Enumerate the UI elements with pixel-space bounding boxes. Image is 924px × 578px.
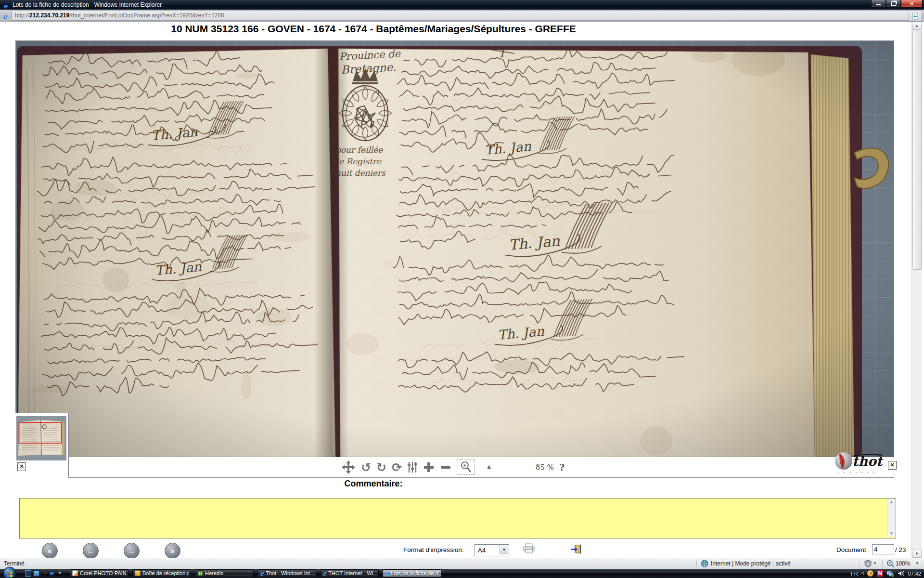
close-button[interactable]: ✕: [901, 0, 923, 8]
print-format-value: A4: [478, 547, 486, 554]
minimize-button[interactable]: [871, 0, 886, 8]
zoom-in-button[interactable]: [423, 461, 435, 473]
url-path: /thot_internet/FrmLotDocFrame.asp?resX=1…: [69, 12, 224, 19]
comment-label: Commentaire:: [0, 479, 747, 489]
page-scrollbar[interactable]: ▲ ▼: [911, 22, 922, 558]
scrollbar-thumb[interactable]: [912, 31, 922, 270]
zoom-out-button[interactable]: [440, 461, 451, 473]
sliders-icon: [407, 461, 418, 473]
ie-icon: e: [322, 570, 326, 577]
taskbar-button-label: Boîte de réception d...: [142, 570, 189, 576]
status-bar: Terminé Internet | Mode protégé : activé…: [0, 558, 924, 569]
adjust-settings-button[interactable]: [407, 461, 418, 473]
next-document-button[interactable]: →: [124, 543, 140, 559]
page-title: 10 NUM 35123 166 - GOVEN - 1674 - 1674 -…: [0, 23, 747, 35]
restore-button[interactable]: [886, 0, 901, 8]
taskbar-button-label: Thot - Windows Int...: [266, 570, 314, 576]
viewer-close-button[interactable]: ✕: [888, 461, 897, 470]
heredis-icon: H: [197, 570, 203, 576]
comment-scrollbar[interactable]: ▲ ▼: [887, 499, 896, 537]
last-document-button[interactable]: »: [165, 543, 180, 559]
quick-launch-ie-button[interactable]: e: [50, 570, 56, 576]
reminder-tray-icon[interactable]: [867, 570, 873, 577]
taskbar-button-thot[interactable]: e Thot - Windows Int...: [257, 569, 316, 577]
print-format-select[interactable]: A4 ▼: [475, 544, 509, 556]
status-text: Terminé: [4, 560, 25, 567]
url-input[interactable]: http://212.234.70.219/thot_internet/FrmL…: [12, 11, 911, 21]
thumbnail-image[interactable]: [16, 416, 66, 460]
scroll-down-icon[interactable]: ▼: [887, 530, 896, 537]
refresh-view-button[interactable]: ⟳: [392, 461, 402, 473]
taskbar-button-label: Corel PHOTO-PAIN...: [80, 570, 126, 576]
language-indicator[interactable]: FR: [851, 571, 858, 577]
scrollbar-up-icon[interactable]: ▲: [912, 22, 922, 30]
first-document-button[interactable]: «: [42, 543, 58, 559]
mcafee-tray-icon[interactable]: M: [877, 570, 883, 577]
url-host: 212.234.70.219: [29, 12, 69, 19]
previous-document-button[interactable]: ←: [83, 543, 99, 559]
viewer-toolbar: ↺ ↻ ⟳: [341, 458, 565, 476]
rotate-cw-button[interactable]: ↻: [376, 461, 386, 473]
minimize-icon: [876, 4, 881, 5]
browser-zoom-icon: [886, 560, 894, 567]
zone-text: Internet | Mode protégé : activé: [711, 560, 791, 567]
window-title: Lots de la fiche de description - Window…: [13, 1, 162, 8]
taskbar-button-label: THOT Internet - Wi...: [328, 570, 376, 576]
pan-tool-button[interactable]: [341, 460, 356, 474]
help-button[interactable]: ?: [559, 462, 565, 473]
taskbar-button-thot-internet[interactable]: e THOT Internet - Wi...: [320, 569, 379, 577]
taskbar-button-corel[interactable]: Corel PHOTO-PAIN...: [70, 569, 128, 577]
ie-page-icon: e: [3, 13, 7, 20]
url-prefix: http://: [15, 12, 29, 19]
thumbnail-panel: ✕: [15, 413, 69, 478]
network-tray-icon[interactable]: [886, 570, 894, 577]
internet-zone-icon: [701, 560, 708, 567]
zoom-menu-arrow[interactable]: ▼: [915, 561, 919, 565]
taskbar-button-label: Lots de la fiche de d...: [391, 570, 439, 576]
zoom-level-label: 85 %: [536, 463, 554, 472]
window-controls: ✕: [871, 0, 923, 8]
document-total: / 23: [895, 546, 906, 553]
taskbar-button-inbox[interactable]: Boîte de réception d...: [132, 569, 191, 577]
print-button[interactable]: [523, 543, 535, 554]
rotate-ccw-button[interactable]: ↺: [361, 461, 371, 473]
taskbar-button-lots-active[interactable]: e Lots de la fiche de d...: [383, 569, 441, 577]
slider-marker-icon[interactable]: ▲: [486, 463, 492, 470]
document-number-input[interactable]: [872, 544, 894, 554]
previous-icon: ←: [87, 547, 95, 555]
manuscript-photo[interactable]: Th. JanTh. JanTh. JanTh. JanTh. Jan Prou…: [16, 41, 894, 457]
photo-vignette: [16, 41, 894, 457]
first-icon: «: [48, 547, 52, 555]
tray-collapse-button[interactable]: <: [861, 571, 864, 576]
ie-favicon-icon: e: [3, 2, 7, 10]
taskbar: e » Corel PHOTO-PAIN... Boîte de récepti…: [0, 569, 924, 578]
scroll-up-icon[interactable]: ▲: [887, 499, 896, 506]
thumbnail-close-button[interactable]: ✕: [17, 462, 26, 471]
quick-launch-display-button[interactable]: [33, 570, 39, 577]
minus-icon: [440, 461, 451, 473]
volume-tray-icon[interactable]: [898, 570, 904, 577]
clock[interactable]: 07:42: [908, 571, 921, 577]
restore-icon: [891, 1, 896, 6]
browser-zoom-level[interactable]: 100%: [896, 560, 911, 567]
last-icon: »: [170, 547, 175, 555]
exit-button[interactable]: [571, 544, 581, 554]
show-desktop-button[interactable]: [25, 570, 31, 577]
start-button[interactable]: [3, 566, 16, 578]
comment-input[interactable]: ▲ ▼: [19, 498, 896, 539]
zoom-tool-button[interactable]: [457, 460, 475, 475]
protected-mode-menu-arrow[interactable]: ▼: [873, 561, 877, 565]
plus-icon: [423, 461, 435, 473]
quick-launch-overflow-button[interactable]: »: [58, 569, 61, 575]
scrollbar-down-icon[interactable]: ▼: [912, 550, 922, 558]
refresh-page-icon: [912, 13, 919, 20]
screen: e Lots de la fiche de description - Wind…: [0, 0, 924, 578]
taskbar-button-heredis[interactable]: H Heredis: [195, 569, 254, 577]
taskbar-button-label: Heredis: [205, 570, 223, 576]
zoom-slider[interactable]: ▲: [480, 462, 530, 472]
next-icon: →: [128, 547, 136, 555]
refresh-button[interactable]: [909, 11, 922, 22]
select-arrow-icon[interactable]: ▼: [500, 545, 508, 554]
inbox-icon: [135, 570, 141, 576]
system-tray: FR < M 07:42: [851, 569, 924, 578]
